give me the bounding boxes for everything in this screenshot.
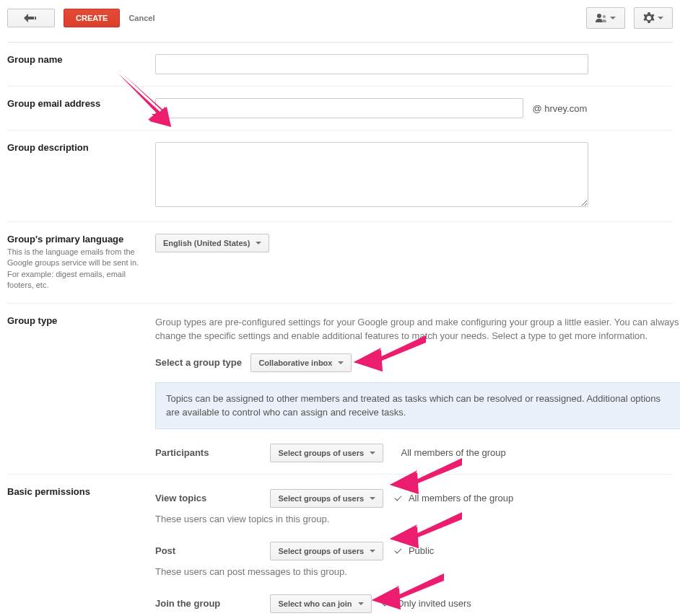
svg-point-1 [597, 14, 601, 18]
permissions-label: Basic permissions [7, 486, 148, 497]
post-summary: Public [409, 545, 434, 556]
chevron-down-icon [338, 361, 344, 364]
join-dropdown[interactable]: Select who can join [270, 594, 371, 613]
back-arrow-icon [24, 14, 38, 22]
people-dropdown-button[interactable] [586, 7, 625, 29]
group-type-info: Topics can be assigned to other members … [155, 382, 680, 429]
view-topics-dropdown[interactable]: Select groups of users [270, 489, 383, 508]
view-topics-summary: All members of the group [409, 493, 513, 503]
chevron-down-icon [256, 242, 261, 245]
primary-language-dropdown[interactable]: English (United States) [155, 234, 269, 252]
view-topics-label: View topics [155, 493, 267, 503]
email-domain-suffix: @ hrvey.com [532, 103, 587, 114]
people-icon [596, 13, 607, 23]
join-label: Join the group [155, 598, 267, 609]
group-name-label: Group name [7, 54, 148, 65]
svg-rect-0 [35, 17, 36, 19]
participants-dropdown[interactable]: Select groups of users [270, 444, 383, 462]
back-button[interactable] [7, 9, 55, 27]
create-button[interactable]: CREATE [64, 9, 120, 27]
chevron-down-icon [370, 452, 375, 454]
check-icon [394, 547, 403, 554]
group-name-input[interactable] [155, 54, 588, 74]
primary-language-label: Group's primary language [7, 234, 148, 245]
check-icon [382, 599, 391, 607]
post-dropdown[interactable]: Select groups of users [270, 542, 383, 560]
group-type-label: Group type [7, 315, 148, 326]
view-topics-help: These users can view topics in this grou… [155, 514, 673, 524]
primary-language-help: This is the language emails from the Goo… [7, 247, 148, 291]
gear-icon [643, 12, 655, 24]
check-icon [394, 494, 403, 501]
cancel-button[interactable]: Cancel [128, 14, 154, 22]
group-type-dropdown[interactable]: Collaborative inbox [250, 353, 352, 372]
group-email-input[interactable] [155, 98, 523, 118]
participants-summary: All members of the group [401, 447, 506, 458]
chevron-down-icon [370, 497, 375, 500]
settings-dropdown-button[interactable] [634, 7, 673, 29]
group-type-description: Group types are pre-configured settings … [155, 315, 680, 343]
chevron-down-icon [358, 602, 364, 605]
group-email-label: Group email address [7, 98, 148, 109]
group-description-label: Group description [7, 142, 148, 153]
select-group-type-label: Select a group type [155, 357, 242, 368]
group-description-input[interactable] [155, 142, 588, 207]
post-help: These users can post messages to this gr… [155, 566, 673, 577]
svg-point-2 [603, 15, 606, 18]
post-label: Post [155, 545, 267, 556]
participants-label: Participants [155, 447, 267, 458]
join-summary: Only invited users [396, 598, 471, 609]
chevron-down-icon [370, 550, 375, 553]
